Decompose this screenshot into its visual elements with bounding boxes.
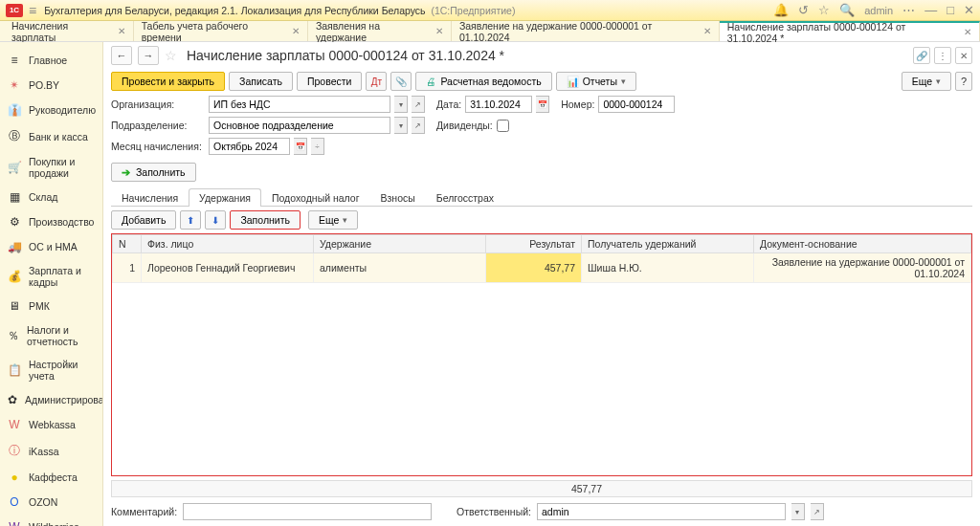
- move-down-button[interactable]: ⬇: [205, 210, 226, 230]
- dividends-checkbox[interactable]: [497, 120, 509, 132]
- overflow-icon[interactable]: ⋯: [902, 3, 915, 17]
- month-step-icon[interactable]: ÷: [311, 138, 324, 155]
- user-label[interactable]: admin: [864, 5, 893, 16]
- tab-close-icon[interactable]: ✕: [292, 26, 300, 36]
- col-person[interactable]: Физ. лицо: [142, 235, 314, 253]
- subtab-deductions[interactable]: Удержания: [189, 188, 261, 207]
- org-label: Организация:: [111, 99, 205, 110]
- col-result[interactable]: Результат: [486, 235, 582, 253]
- star-icon[interactable]: ☆: [818, 3, 830, 17]
- history-icon[interactable]: ↺: [798, 3, 809, 17]
- fill-all-button[interactable]: ➔Заполнить: [111, 163, 196, 182]
- sidebar-label: ОС и НМА: [29, 241, 78, 252]
- fill-tab-button[interactable]: Заполнить: [230, 210, 301, 230]
- col-recipient[interactable]: Получатель удержаний: [582, 235, 754, 253]
- sidebar-icon: 👔: [8, 103, 21, 117]
- close-icon[interactable]: ✕: [964, 3, 974, 17]
- resp-input[interactable]: [537, 503, 786, 520]
- tab-1[interactable]: Табель учета рабочего времени✕: [134, 21, 308, 41]
- subtab-income-tax[interactable]: Подоходный налог: [261, 188, 370, 207]
- link-icon[interactable]: 🔗: [913, 47, 930, 64]
- search-icon[interactable]: 🔍: [839, 3, 855, 17]
- col-doc[interactable]: Документ-основание: [754, 235, 971, 253]
- sidebar-item[interactable]: 🖥РМК: [0, 294, 102, 318]
- tab-close-icon[interactable]: ✕: [703, 26, 711, 36]
- sub-tabs: Начисления Удержания Подоходный налог Вз…: [111, 187, 972, 207]
- dept-input[interactable]: [209, 117, 390, 134]
- col-n[interactable]: N: [113, 235, 142, 253]
- sidebar-icon: ●: [8, 471, 21, 484]
- resp-pick-icon[interactable]: ▾: [791, 503, 805, 520]
- sidebar-item[interactable]: 💰Зарплата и кадры: [0, 259, 102, 294]
- move-up-button[interactable]: ⬆: [180, 210, 201, 230]
- write-button[interactable]: Записать: [229, 72, 293, 91]
- dept-open-icon[interactable]: ↗: [412, 117, 425, 134]
- sidebar-item[interactable]: ✿Администрирование: [0, 387, 102, 412]
- sidebar-icon: ⚙: [8, 215, 21, 229]
- bell-icon[interactable]: 🔔: [773, 3, 789, 17]
- date-pick-icon[interactable]: 📅: [536, 96, 549, 113]
- attach-icon[interactable]: 📎: [390, 72, 412, 91]
- sidebar-item[interactable]: WWebkassa: [0, 412, 102, 437]
- tab-close-icon[interactable]: ✕: [435, 26, 443, 36]
- num-input[interactable]: [598, 96, 675, 113]
- more-icon[interactable]: ⋮: [934, 47, 951, 64]
- maximize-icon[interactable]: □: [947, 3, 954, 17]
- more-button[interactable]: Еще: [902, 72, 951, 91]
- dept-pick-icon[interactable]: ▾: [394, 117, 408, 134]
- tab-close-icon[interactable]: ✕: [118, 26, 125, 36]
- org-input[interactable]: [209, 96, 390, 113]
- sidebar-item[interactable]: ●Каффеста: [0, 465, 102, 490]
- nav-back-button[interactable]: ←: [111, 46, 132, 65]
- sidebar-item[interactable]: ⓘiKassa: [0, 437, 102, 465]
- tab-4[interactable]: Начисление зарплаты 0000-000124 от 31.10…: [720, 21, 980, 41]
- tab-2[interactable]: Заявления на удержание✕: [308, 21, 452, 41]
- nav-fwd-button[interactable]: →: [138, 46, 159, 65]
- post-button[interactable]: Провести: [297, 72, 362, 91]
- help-button[interactable]: ?: [955, 72, 972, 91]
- post-close-button[interactable]: Провести и закрыть: [111, 72, 225, 91]
- sidebar-label: Налоги и отчетность: [27, 324, 95, 347]
- dtct-icon[interactable]: Дт: [366, 72, 387, 91]
- tab-3[interactable]: Заявление на удержание 0000-000001 от 01…: [452, 21, 720, 41]
- subtab-accruals[interactable]: Начисления: [111, 188, 189, 207]
- star-icon[interactable]: ☆: [165, 48, 177, 63]
- tab-0[interactable]: Начисления зарплаты✕: [4, 21, 134, 41]
- comment-input[interactable]: [183, 503, 432, 520]
- sidebar-label: Webkassa: [29, 419, 76, 430]
- subtab-belgosstrakh[interactable]: Белгосстрах: [426, 188, 504, 207]
- sidebar-item[interactable]: ▦Склад: [0, 185, 102, 209]
- month-pick-icon[interactable]: 📅: [294, 138, 307, 155]
- date-input[interactable]: [465, 96, 532, 113]
- sidebar-icon: 🛒: [8, 161, 21, 174]
- sidebar-label: Каффеста: [29, 471, 78, 483]
- sidebar-item[interactable]: ％Налоги и отчетность: [0, 318, 102, 353]
- sidebar-item[interactable]: ≡Главное: [0, 48, 102, 73]
- add-row-button[interactable]: Добавить: [111, 210, 176, 230]
- sidebar-item[interactable]: OOZON: [0, 490, 102, 515]
- close-doc-icon[interactable]: ✕: [955, 47, 972, 64]
- sidebar-item[interactable]: ⚙Производство: [0, 209, 102, 234]
- payslip-button[interactable]: 🖨Расчетная ведомость: [415, 72, 551, 91]
- resp-open-icon[interactable]: ↗: [811, 503, 824, 520]
- org-pick-icon[interactable]: ▾: [394, 96, 408, 113]
- sidebar-item[interactable]: ✴PO.BY: [0, 73, 102, 98]
- reports-button[interactable]: 📊Отчеты: [556, 72, 636, 91]
- col-type[interactable]: Удержание: [314, 235, 486, 253]
- hamburger-icon[interactable]: ≡: [29, 4, 36, 17]
- sidebar-item[interactable]: 🛒Покупки и продажи: [0, 150, 102, 185]
- sidebar-item[interactable]: 👔Руководителю: [0, 98, 102, 122]
- tab-close-icon[interactable]: ✕: [964, 27, 971, 37]
- sidebar-item[interactable]: WWildberries: [0, 515, 102, 526]
- deductions-table[interactable]: N Физ. лицо Удержание Результат Получате…: [111, 233, 972, 476]
- sidebar-icon: ％: [8, 328, 19, 344]
- tab-more-button[interactable]: Еще: [308, 210, 358, 230]
- org-open-icon[interactable]: ↗: [412, 96, 425, 113]
- subtab-contributions[interactable]: Взносы: [370, 188, 426, 207]
- month-input[interactable]: [209, 138, 290, 155]
- sidebar-item[interactable]: 📋Настройки учета: [0, 353, 102, 387]
- sidebar-item[interactable]: 🚚ОС и НМА: [0, 234, 102, 259]
- sidebar-item[interactable]: ⒷБанк и касса: [0, 122, 102, 150]
- minimize-icon[interactable]: —: [924, 3, 937, 17]
- table-row[interactable]: 1 Лореонов Геннадий Георгиевич алименты …: [113, 253, 971, 283]
